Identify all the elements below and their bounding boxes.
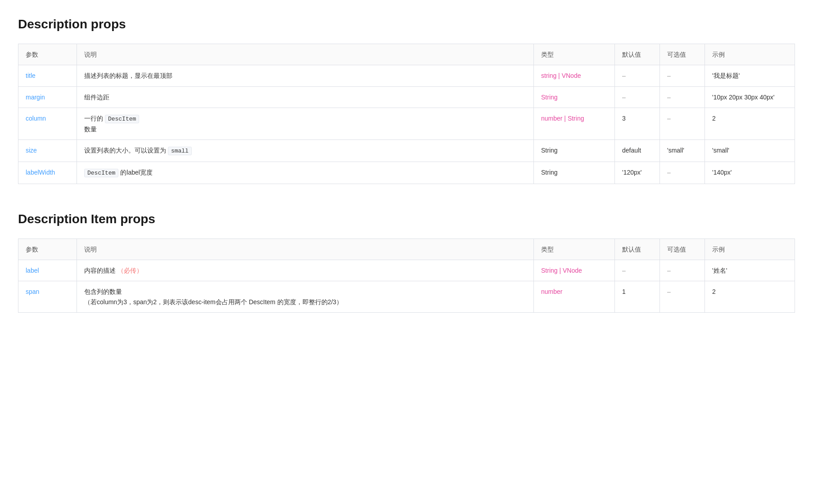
param-cell: label — [18, 260, 77, 281]
param-link-size[interactable]: size — [26, 147, 37, 154]
param-link-labelwidth[interactable]: labelWidth — [26, 169, 55, 176]
default-cell: – — [615, 86, 660, 108]
table-header-row: 参数 说明 类型 默认值 可选值 示例 — [18, 44, 795, 65]
col-header-example: 示例 — [705, 44, 795, 65]
type-value: number | String — [541, 115, 584, 122]
example-value: 2 — [712, 288, 716, 295]
default-value: – — [622, 72, 626, 79]
optional-value: – — [667, 94, 671, 101]
param-link-label[interactable]: label — [26, 267, 39, 274]
desc-code: DescItem — [84, 169, 118, 177]
optional-cell: – — [660, 260, 705, 281]
desc-cell: 一行的 DescItem 数量 — [77, 108, 534, 140]
optional-cell: – — [660, 65, 705, 86]
col-header-param: 参数 — [18, 238, 77, 260]
table-row: margin 组件边距 String – – '10px 20px 30px 4… — [18, 86, 795, 108]
optional-value: – — [667, 72, 671, 79]
type-cell: string | VNode — [534, 65, 615, 86]
default-value: '120px' — [622, 169, 642, 176]
type-cell: number | String — [534, 108, 615, 140]
type-cell: String — [534, 140, 615, 162]
type-value: String | VNode — [541, 267, 582, 274]
example-cell: '我是标题' — [705, 65, 795, 86]
section1-title: Description props — [18, 14, 795, 35]
table-row: label 内容的描述 （必传） String | VNode – – '姓名' — [18, 260, 795, 281]
type-value: string | VNode — [541, 72, 581, 79]
optional-cell: – — [660, 86, 705, 108]
default-cell: 3 — [615, 108, 660, 140]
table-row: title 描述列表的标题，显示在最顶部 string | VNode – – … — [18, 65, 795, 86]
default-value: – — [622, 94, 626, 101]
desc-text: 内容的描述 — [84, 267, 116, 274]
col-header-default: 默认值 — [615, 238, 660, 260]
col-header-desc: 说明 — [77, 44, 534, 65]
param-link-span[interactable]: span — [26, 288, 39, 295]
optional-value: 'small' — [667, 147, 684, 154]
col-header-desc: 说明 — [77, 238, 534, 260]
optional-value: – — [667, 267, 671, 274]
col-header-optional: 可选值 — [660, 44, 705, 65]
col-header-optional: 可选值 — [660, 238, 705, 260]
optional-cell: – — [660, 162, 705, 184]
default-cell: 1 — [615, 281, 660, 313]
type-value: number — [541, 288, 562, 295]
optional-value: – — [667, 115, 671, 122]
example-value: '姓名' — [712, 267, 727, 274]
col-header-default: 默认值 — [615, 44, 660, 65]
desc-cell: 包含列的数量 （若column为3，span为2，则表示该desc-item会占… — [77, 281, 534, 313]
param-cell: column — [18, 108, 77, 140]
desc-text-after: 的label宽度 — [120, 169, 153, 176]
default-cell: – — [615, 65, 660, 86]
default-cell: – — [615, 260, 660, 281]
param-cell: title — [18, 65, 77, 86]
optional-cell: – — [660, 281, 705, 313]
description-props-table: 参数 说明 类型 默认值 可选值 示例 title 描述列表的标题，显示在最顶部… — [18, 44, 795, 184]
default-value: 3 — [622, 115, 626, 122]
example-cell: '姓名' — [705, 260, 795, 281]
default-cell: '120px' — [615, 162, 660, 184]
table-row: labelWidth DescItem 的label宽度 String '120… — [18, 162, 795, 184]
default-value: 1 — [622, 288, 626, 295]
example-value: '我是标题' — [712, 72, 740, 79]
type-cell: number — [534, 281, 615, 313]
optional-value: – — [667, 288, 671, 295]
example-value: 2 — [712, 115, 716, 122]
desc-text: 描述列表的标题，显示在最顶部 — [84, 72, 172, 79]
example-cell: 2 — [705, 108, 795, 140]
param-cell: size — [18, 140, 77, 162]
desc-code: small — [168, 147, 192, 155]
example-value: '140px' — [712, 169, 732, 176]
table-row: span 包含列的数量 （若column为3，span为2，则表示该desc-i… — [18, 281, 795, 313]
desc-text-before: 一行的 — [84, 115, 103, 122]
type-value: String — [541, 169, 558, 176]
example-cell: '10px 20px 30px 40px' — [705, 86, 795, 108]
col-header-example: 示例 — [705, 238, 795, 260]
param-cell: labelWidth — [18, 162, 77, 184]
optional-cell: – — [660, 108, 705, 140]
example-cell: 'small' — [705, 140, 795, 162]
desc-cell: 描述列表的标题，显示在最顶部 — [77, 65, 534, 86]
example-value: 'small' — [712, 147, 729, 154]
table-row: column 一行的 DescItem 数量 number | String 3… — [18, 108, 795, 140]
type-cell: String — [534, 86, 615, 108]
description-item-props-table: 参数 说明 类型 默认值 可选值 示例 label 内容的描述 （必传） Str… — [18, 238, 795, 313]
default-cell: default — [615, 140, 660, 162]
desc-required: （必传） — [117, 267, 143, 274]
section2-title: Description Item props — [18, 209, 795, 230]
type-value: String — [541, 94, 558, 101]
example-value: '10px 20px 30px 40px' — [712, 94, 774, 101]
col-header-type: 类型 — [534, 238, 615, 260]
param-link-title[interactable]: title — [26, 72, 36, 79]
table-header-row: 参数 说明 类型 默认值 可选值 示例 — [18, 238, 795, 260]
desc-text: 组件边距 — [84, 94, 109, 101]
type-cell: String — [534, 162, 615, 184]
type-cell: String | VNode — [534, 260, 615, 281]
type-value: String — [541, 147, 558, 154]
param-link-margin[interactable]: margin — [26, 94, 45, 101]
example-cell: '140px' — [705, 162, 795, 184]
table-row: size 设置列表的大小。可以设置为 small String default … — [18, 140, 795, 162]
desc-cell: 设置列表的大小。可以设置为 small — [77, 140, 534, 162]
param-link-column[interactable]: column — [26, 115, 46, 122]
optional-value: – — [667, 169, 671, 176]
default-value: – — [622, 267, 626, 274]
